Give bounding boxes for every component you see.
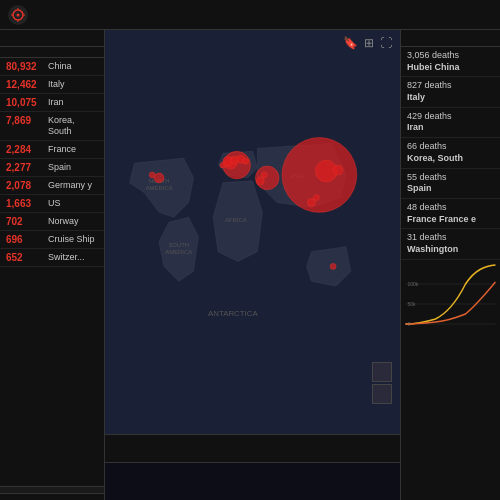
country-name: France <box>48 144 76 155</box>
death-count: 66 deaths <box>407 141 447 151</box>
svg-text:AMERICA: AMERICA <box>146 185 173 191</box>
svg-text:NORTH: NORTH <box>149 178 170 184</box>
death-list-item: 429 deaths Iran <box>401 108 500 138</box>
svg-text:0: 0 <box>408 321 411 327</box>
deaths-list: 3,056 deaths Hubei China 827 deaths Ital… <box>401 47 500 260</box>
country-count: 7,869 <box>6 115 48 126</box>
death-list-item: 827 deaths Italy <box>401 77 500 107</box>
country-name: Iran <box>48 97 64 108</box>
country-count: 10,075 <box>6 97 48 108</box>
scroll-btn[interactable] <box>0 486 104 493</box>
svg-text:AFRICA: AFRICA <box>225 217 247 223</box>
death-country: Hubei China <box>407 62 460 72</box>
list-item[interactable]: 10,075 Iran <box>0 94 104 112</box>
svg-point-1 <box>17 13 20 16</box>
country-count: 696 <box>6 234 48 245</box>
death-count: 55 deaths <box>407 172 447 182</box>
list-item[interactable]: 80,932 China <box>0 58 104 76</box>
death-count: 31 deaths <box>407 232 447 242</box>
svg-text:AMERICA: AMERICA <box>165 249 192 255</box>
svg-text:100k: 100k <box>408 281 419 287</box>
list-item[interactable]: 2,078 Germany y <box>0 177 104 195</box>
country-list-header <box>0 47 104 58</box>
info-bar <box>105 462 400 500</box>
map-controls <box>372 362 392 404</box>
country-count: 80,932 <box>6 61 48 72</box>
death-count: 3,056 deaths <box>407 50 459 60</box>
list-item[interactable]: 652 Switzer... <box>0 249 104 267</box>
country-name: Spain <box>48 162 71 173</box>
country-count: 12,462 <box>6 79 48 90</box>
svg-text:SOUTH: SOUTH <box>168 242 189 248</box>
bookmark-icon[interactable]: 🔖 <box>343 36 358 50</box>
mini-chart: 100k 50k 0 <box>401 260 500 500</box>
right-panel: 3,056 deaths Hubei China 827 deaths Ital… <box>400 30 500 500</box>
death-country: Iran <box>407 122 424 132</box>
list-item[interactable]: 12,462 Italy <box>0 76 104 94</box>
list-item[interactable]: 2,277 Spain <box>0 159 104 177</box>
country-list: 80,932 China 12,462 Italy 10,075 Iran 7,… <box>0 58 104 486</box>
svg-text:ANTARCTICA: ANTARCTICA <box>208 309 258 318</box>
death-list-item: 3,056 deaths Hubei China <box>401 47 500 77</box>
death-country: Spain <box>407 183 432 193</box>
grid-icon[interactable]: ⊞ <box>364 36 374 50</box>
country-name: Korea, South <box>48 115 98 137</box>
deaths-box <box>401 30 500 47</box>
death-list-item: 55 deaths Spain <box>401 169 500 199</box>
confirmed-box <box>0 30 104 47</box>
country-name: Italy <box>48 79 65 90</box>
svg-text:50k: 50k <box>408 301 417 307</box>
country-name: US <box>48 198 61 209</box>
country-count: 2,284 <box>6 144 48 155</box>
map-icons: 🔖 ⊞ ⛶ <box>343 36 392 50</box>
center-panel: ANTARCTICA NORTH AMERICA SOUTH AMERICA A… <box>105 30 400 500</box>
svg-text:ASIA: ASIA <box>290 173 303 179</box>
zoom-in-button[interactable] <box>372 362 392 382</box>
death-country: Italy <box>407 92 425 102</box>
country-count: 702 <box>6 216 48 227</box>
map-area[interactable]: ANTARCTICA NORTH AMERICA SOUTH AMERICA A… <box>105 30 400 434</box>
left-panel: 80,932 China 12,462 Italy 10,075 Iran 7,… <box>0 30 105 500</box>
country-count: 1,663 <box>6 198 48 209</box>
death-count: 48 deaths <box>407 202 447 212</box>
list-item[interactable]: 696 Cruise Ship <box>0 231 104 249</box>
list-item[interactable]: 2,284 France <box>0 141 104 159</box>
death-country: Korea, South <box>407 153 463 163</box>
header <box>0 0 500 30</box>
last-updated <box>0 493 104 500</box>
zoom-out-button[interactable] <box>372 384 392 404</box>
list-item[interactable]: 702 Norway <box>0 213 104 231</box>
list-item[interactable]: 1,663 US <box>0 195 104 213</box>
death-list-item: 48 deaths France France e <box>401 199 500 229</box>
country-count: 2,078 <box>6 180 48 191</box>
country-name: Norway <box>48 216 79 227</box>
death-count: 827 deaths <box>407 80 452 90</box>
country-name: Germany y <box>48 180 92 191</box>
expand-icon[interactable]: ⛶ <box>380 36 392 50</box>
country-count: 652 <box>6 252 48 263</box>
death-count: 429 deaths <box>407 111 452 121</box>
country-name: China <box>48 61 72 72</box>
logo <box>8 5 28 25</box>
list-item[interactable]: 7,869 Korea, South <box>0 112 104 141</box>
death-country: Washington <box>407 244 458 254</box>
death-list-item: 66 deaths Korea, South <box>401 138 500 168</box>
death-country: France France e <box>407 214 476 224</box>
country-name: Cruise Ship <box>48 234 95 245</box>
country-count: 2,277 <box>6 162 48 173</box>
death-list-item: 31 deaths Washington <box>401 229 500 259</box>
tabs <box>105 434 400 462</box>
country-name: Switzer... <box>48 252 85 263</box>
